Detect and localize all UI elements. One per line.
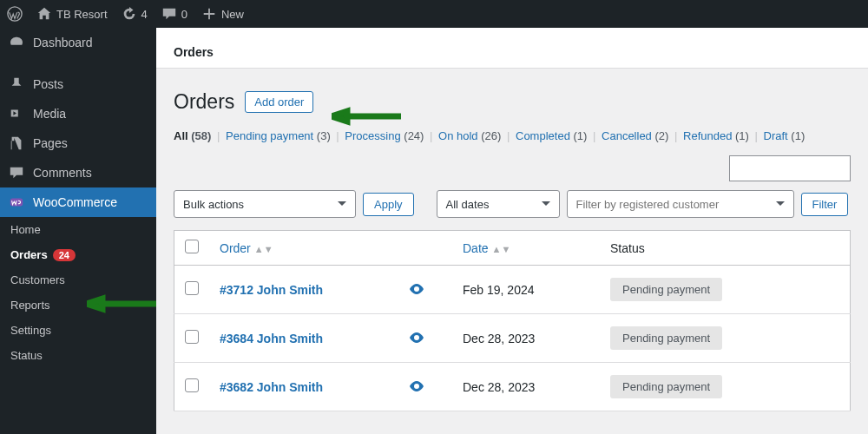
filter-draft[interactable]: Draft (1) [764, 129, 806, 142]
sidebar-item-dashboard[interactable]: Dashboard [0, 28, 156, 57]
sidebar-item-media[interactable]: Media [0, 99, 156, 128]
dates-select[interactable]: All dates [437, 190, 560, 218]
updates-link[interactable]: 4 [115, 0, 155, 28]
order-link[interactable]: #3682 John Smith [220, 380, 323, 394]
order-link[interactable]: #3712 John Smith [220, 283, 323, 297]
row-checkbox[interactable] [185, 330, 199, 344]
preview-icon[interactable] [409, 380, 424, 394]
updates-count: 4 [141, 8, 148, 21]
sidebar-item-woocommerce[interactable]: WooCommerce [0, 187, 156, 217]
page-title: Orders [174, 90, 234, 114]
admin-topbar: TB Resort 4 0 New [0, 0, 868, 28]
woo-icon [9, 194, 24, 210]
order-date: Dec 28, 2023 [452, 363, 600, 411]
search-input[interactable] [729, 155, 851, 181]
select-all-checkbox[interactable] [185, 240, 199, 253]
site-link[interactable]: TB Resort [30, 0, 115, 28]
row-checkbox[interactable] [185, 281, 199, 295]
filter-processing[interactable]: Processing (24) [345, 129, 424, 142]
filter-pending[interactable]: Pending payment (3) [226, 129, 331, 142]
comment-icon [9, 165, 24, 181]
col-status: Status [600, 231, 851, 266]
filter-button[interactable]: Filter [801, 193, 849, 216]
plus-icon [201, 6, 217, 22]
home-icon [36, 6, 52, 22]
sidebar-sub-status[interactable]: Status [0, 343, 156, 368]
content-area: Orders Orders Add order All (58) | Pendi… [156, 28, 868, 434]
breadcrumb: Orders [156, 28, 868, 69]
apply-button[interactable]: Apply [363, 193, 414, 216]
pin-icon [9, 76, 24, 92]
orders-table: Order▲▼ Date▲▼ Status #3712 John SmithFe… [174, 230, 851, 411]
comment-icon [161, 6, 177, 22]
filter-all[interactable]: All (58) [174, 129, 211, 142]
col-date[interactable]: Date▲▼ [452, 231, 600, 266]
status-filters: All (58) | Pending payment (3) | Process… [174, 129, 851, 142]
preview-icon[interactable] [409, 283, 424, 297]
status-badge: Pending payment [610, 375, 722, 398]
new-label: New [221, 8, 244, 21]
sidebar-item-comments[interactable]: Comments [0, 158, 156, 187]
comments-count: 0 [181, 8, 187, 21]
wp-logo[interactable] [0, 0, 30, 28]
sidebar-sub-reports[interactable]: Reports [0, 293, 156, 318]
sort-icon: ▲▼ [492, 244, 511, 254]
table-row: #3712 John SmithFeb 19, 2024Pending paym… [174, 266, 851, 314]
sidebar-sub-customers[interactable]: Customers [0, 267, 156, 293]
comments-link[interactable]: 0 [155, 0, 194, 28]
refresh-icon [122, 6, 137, 22]
add-order-button[interactable]: Add order [245, 91, 313, 113]
sidebar-item-posts[interactable]: Posts [0, 69, 156, 99]
customer-select[interactable]: Filter by registered customer [567, 190, 794, 218]
page-icon [9, 135, 24, 151]
status-badge: Pending payment [610, 326, 722, 350]
sidebar-sub-orders[interactable]: Orders24 [0, 242, 156, 267]
sort-icon: ▲▼ [254, 244, 273, 254]
filter-refunded[interactable]: Refunded (1) [683, 129, 749, 142]
sidebar-sub-settings[interactable]: Settings [0, 318, 156, 343]
orders-badge: 24 [53, 249, 76, 261]
col-order[interactable]: Order▲▼ [209, 231, 452, 266]
sidebar-item-pages[interactable]: Pages [0, 128, 156, 158]
order-date: Dec 28, 2023 [452, 314, 600, 363]
admin-sidebar: Dashboard Posts Media Pages Comments Woo… [0, 28, 156, 434]
site-name: TB Resort [56, 8, 108, 21]
status-badge: Pending payment [610, 278, 722, 301]
filter-cancelled[interactable]: Cancelled (2) [602, 129, 668, 142]
gauge-icon [9, 35, 24, 50]
order-date: Feb 19, 2024 [452, 266, 600, 314]
row-checkbox[interactable] [185, 378, 199, 392]
filter-hold[interactable]: On hold (26) [438, 129, 501, 142]
filter-completed[interactable]: Completed (1) [516, 129, 587, 142]
media-icon [9, 106, 24, 122]
new-link[interactable]: New [194, 0, 251, 28]
table-row: #3684 John SmithDec 28, 2023Pending paym… [174, 314, 851, 363]
order-link[interactable]: #3684 John Smith [220, 332, 323, 345]
bulk-actions-select[interactable]: Bulk actions [174, 190, 356, 218]
preview-icon[interactable] [409, 332, 424, 345]
sidebar-sub-home[interactable]: Home [0, 217, 156, 242]
table-row: #3682 John SmithDec 28, 2023Pending paym… [174, 363, 851, 411]
